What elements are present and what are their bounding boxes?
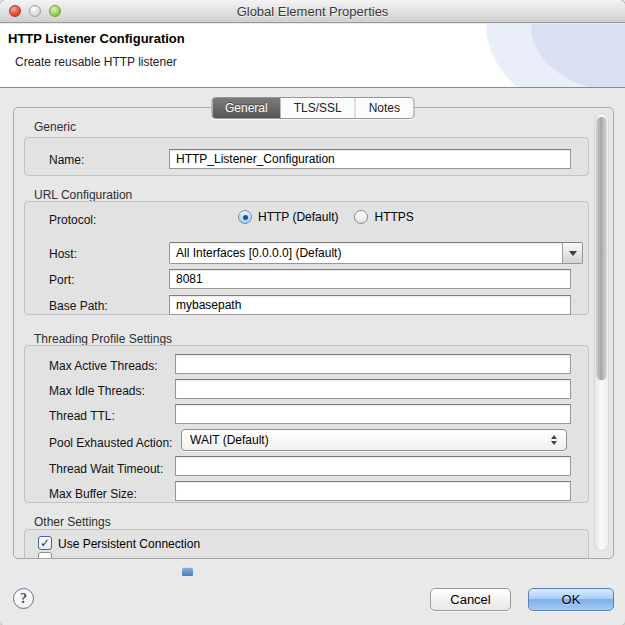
thread-wait-timeout-label: Thread Wait Timeout: bbox=[49, 462, 163, 476]
stepper-arrows-icon bbox=[551, 435, 557, 445]
thread-wait-timeout-input[interactable] bbox=[175, 456, 571, 476]
host-dropdown-button[interactable] bbox=[562, 243, 582, 263]
base-path-label: Base Path: bbox=[49, 299, 108, 313]
port-label: Port: bbox=[49, 273, 74, 287]
radio-https-icon[interactable] bbox=[354, 210, 368, 224]
host-label: Host: bbox=[49, 247, 77, 261]
cancel-button[interactable]: Cancel bbox=[430, 588, 511, 611]
radio-http-icon[interactable] bbox=[238, 210, 252, 224]
port-input[interactable] bbox=[169, 269, 571, 289]
use-persistent-connection-checkbox[interactable]: ✓ bbox=[38, 536, 52, 550]
chevron-down-icon bbox=[569, 251, 577, 256]
max-active-threads-label: Max Active Threads: bbox=[49, 359, 158, 373]
pool-exhausted-action-value: WAIT (Default) bbox=[182, 433, 551, 447]
thread-ttl-label: Thread TTL: bbox=[49, 409, 115, 423]
protocol-radio-group: HTTP (Default) HTTPS bbox=[238, 210, 424, 224]
radio-http-label[interactable]: HTTP (Default) bbox=[258, 210, 338, 224]
vertical-scrollbar-thumb[interactable] bbox=[596, 117, 607, 380]
ok-button[interactable]: OK bbox=[528, 588, 614, 611]
radio-https-label[interactable]: HTTPS bbox=[374, 210, 413, 224]
dialog-title: HTTP Listener Configuration bbox=[8, 31, 185, 46]
host-combobox[interactable]: All Interfaces [0.0.0.0] (Default) bbox=[169, 242, 583, 264]
use-persistent-connection-label[interactable]: Use Persistent Connection bbox=[58, 537, 200, 551]
clipped-checkbox[interactable] bbox=[38, 552, 52, 559]
title-bar[interactable]: Global Element Properties bbox=[0, 0, 625, 23]
tab-general[interactable]: General bbox=[212, 98, 281, 118]
window-title: Global Element Properties bbox=[0, 4, 625, 19]
section-other-label: Other Settings bbox=[34, 515, 111, 529]
max-active-threads-input[interactable] bbox=[175, 354, 571, 374]
dialog-header-banner: HTTP Listener Configuration Create reusa… bbox=[0, 24, 625, 88]
name-label: Name: bbox=[49, 153, 84, 167]
vertical-scrollbar-track[interactable] bbox=[594, 113, 609, 551]
tab-notes[interactable]: Notes bbox=[355, 98, 413, 118]
section-url-label: URL Configuration bbox=[34, 188, 132, 202]
general-tab-panel: Generic Name: URL Configuration Protocol… bbox=[13, 107, 614, 559]
max-buffer-size-input[interactable] bbox=[175, 481, 571, 501]
pool-exhausted-action-select[interactable]: WAIT (Default) bbox=[181, 429, 567, 451]
thread-ttl-input[interactable] bbox=[175, 404, 571, 424]
clipped-decoration-icon bbox=[182, 567, 193, 576]
tab-tls-ssl[interactable]: TLS/SSL bbox=[281, 98, 355, 118]
max-idle-threads-input[interactable] bbox=[175, 379, 571, 399]
pool-exhausted-action-label: Pool Exhausted Action: bbox=[49, 436, 172, 450]
max-buffer-size-label: Max Buffer Size: bbox=[49, 487, 137, 501]
section-threading-label: Threading Profile Settings bbox=[34, 332, 172, 346]
base-path-input[interactable] bbox=[169, 295, 571, 315]
tab-bar: General TLS/SSL Notes bbox=[211, 97, 414, 119]
dialog-subtitle: Create reusable HTTP listener bbox=[15, 55, 177, 69]
max-idle-threads-label: Max Idle Threads: bbox=[49, 384, 145, 398]
global-element-properties-dialog: Global Element Properties HTTP Listener … bbox=[0, 0, 625, 625]
name-input[interactable] bbox=[169, 149, 571, 169]
help-button[interactable]: ? bbox=[13, 588, 34, 609]
host-value: All Interfaces [0.0.0.0] (Default) bbox=[170, 246, 562, 260]
protocol-label: Protocol: bbox=[49, 213, 96, 227]
section-generic-label: Generic bbox=[34, 120, 76, 134]
